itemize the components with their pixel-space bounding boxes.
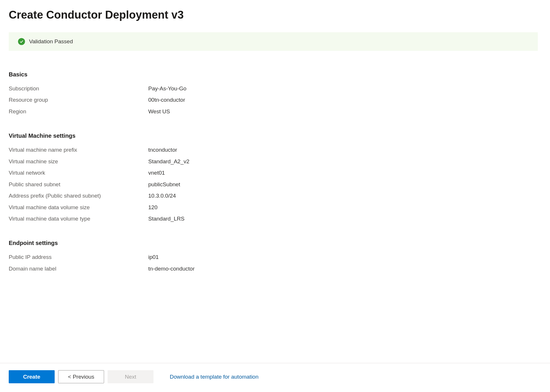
row-subscription: Subscription Pay-As-You-Go — [9, 84, 538, 93]
row-vm-size: Virtual machine size Standard_A2_v2 — [9, 157, 538, 166]
value-data-volume-size: 120 — [148, 203, 158, 212]
row-region: Region West US — [9, 107, 538, 116]
download-template-link[interactable]: Download a template for automation — [170, 374, 258, 380]
label-vm-name-prefix: Virtual machine name prefix — [9, 146, 148, 154]
row-data-volume-size: Virtual machine data volume size 120 — [9, 203, 538, 212]
section-vm-settings: Virtual Machine settings Virtual machine… — [9, 133, 538, 223]
row-vnet: Virtual network vnet01 — [9, 169, 538, 177]
section-heading-basics: Basics — [9, 71, 538, 78]
value-address-prefix: 10.3.0.0/24 — [148, 191, 176, 200]
value-domain-label: tn-demo-conductor — [148, 264, 194, 273]
row-resource-group: Resource group 00tn-conductor — [9, 96, 538, 104]
label-public-ip: Public IP address — [9, 253, 148, 261]
label-resource-group: Resource group — [9, 96, 148, 104]
row-address-prefix: Address prefix (Public shared subnet) 10… — [9, 191, 538, 200]
section-endpoint-settings: Endpoint settings Public IP address ip01… — [9, 240, 538, 273]
create-button[interactable]: Create — [9, 370, 55, 383]
label-region: Region — [9, 107, 148, 116]
value-subscription: Pay-As-You-Go — [148, 84, 186, 93]
footer-action-bar: Create < Previous Next Download a templa… — [0, 363, 550, 392]
check-circle-icon — [18, 38, 25, 45]
row-domain-label: Domain name label tn-demo-conductor — [9, 264, 538, 273]
value-public-subnet: publicSubnet — [148, 180, 180, 189]
value-public-ip: ip01 — [148, 253, 159, 261]
label-vm-size: Virtual machine size — [9, 157, 148, 166]
value-vnet: vnet01 — [148, 169, 165, 177]
previous-button[interactable]: < Previous — [58, 370, 104, 383]
value-vm-name-prefix: tnconductor — [148, 146, 177, 154]
label-address-prefix: Address prefix (Public shared subnet) — [9, 191, 148, 200]
next-button: Next — [108, 370, 153, 383]
section-heading-vm: Virtual Machine settings — [9, 133, 538, 139]
section-heading-endpoint: Endpoint settings — [9, 240, 538, 246]
value-vm-size: Standard_A2_v2 — [148, 157, 190, 166]
label-data-volume-size: Virtual machine data volume size — [9, 203, 148, 212]
label-vnet: Virtual network — [9, 169, 148, 177]
value-region: West US — [148, 107, 170, 116]
row-data-volume-type: Virtual machine data volume type Standar… — [9, 214, 538, 223]
row-vm-name-prefix: Virtual machine name prefix tnconductor — [9, 146, 538, 154]
value-data-volume-type: Standard_LRS — [148, 214, 185, 223]
value-resource-group: 00tn-conductor — [148, 96, 185, 104]
row-public-ip: Public IP address ip01 — [9, 253, 538, 261]
page-title: Create Conductor Deployment v3 — [9, 9, 538, 21]
label-subscription: Subscription — [9, 84, 148, 93]
label-public-subnet: Public shared subnet — [9, 180, 148, 189]
label-domain-label: Domain name label — [9, 264, 148, 273]
validation-message: Validation Passed — [29, 38, 73, 45]
section-basics: Basics Subscription Pay-As-You-Go Resour… — [9, 71, 538, 116]
row-public-subnet: Public shared subnet publicSubnet — [9, 180, 538, 189]
label-data-volume-type: Virtual machine data volume type — [9, 214, 148, 223]
validation-banner: Validation Passed — [9, 32, 538, 51]
